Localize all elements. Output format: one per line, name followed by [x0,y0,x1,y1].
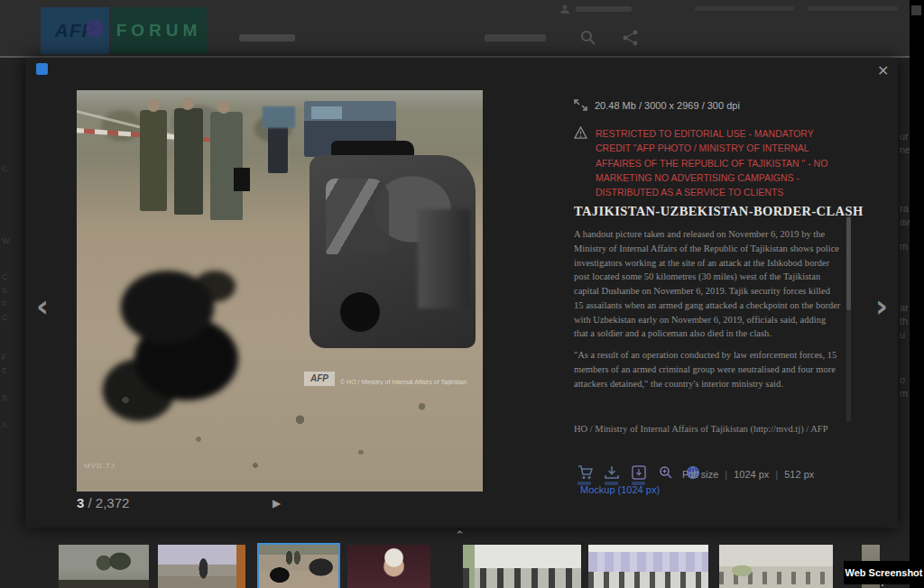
size-links-row: Full size|1024 px|512 px [682,469,814,480]
download-icon[interactable] [605,465,621,482]
user-account-icon[interactable] [559,4,570,14]
site-header: AFP FORUM [0,0,924,58]
photo-truck-window [311,106,342,119]
thumbnail-1[interactable] [59,545,149,588]
caption-paragraph: "As a result of an operation conducted b… [574,348,841,390]
search-scope-select[interactable] [485,34,546,41]
globe-logo-icon [86,20,104,38]
afp-watermark-logo: AFP [304,372,335,386]
main-photo: AFP © HO / Ministry of Internal Affairs … [77,90,483,492]
photo-investigator [174,108,203,215]
restriction-text: RESTRICTED TO EDITORIAL USE - MANDATORY … [596,126,841,199]
photo-caption: A handout picture taken and released on … [574,227,841,398]
slideshow-play-button[interactable]: ▶ [273,497,281,510]
thumbnail-7[interactable] [719,545,833,588]
add-to-cart-icon[interactable] [578,465,594,482]
restriction-row: RESTRICTED TO EDITORIAL USE - MANDATORY … [574,126,841,199]
zoom-in-icon[interactable] [659,465,675,482]
separator: | [775,469,778,480]
prev-photo-button[interactable]: ‹ [36,293,49,318]
thumbnail-3-selected[interactable] [259,545,338,588]
photo-briefcase [234,168,250,191]
column-top-square [911,5,921,15]
search-input[interactable] [239,34,295,41]
resize-icon [574,99,587,111]
file-info-text: 20.48 Mb / 3000 x 2969 / 300 dpi [595,100,740,111]
photo-investigator [210,112,243,220]
header-menu-links[interactable] [695,6,794,11]
afp-logo[interactable]: AFP [41,7,109,54]
photo-burned-car-wheel [340,292,380,332]
caption-scrollbar-thumb[interactable] [846,216,851,310]
caption-paragraph: A handout picture taken and released on … [574,227,841,341]
photo-blue-vehicle [263,106,295,128]
next-photo-button[interactable]: › [875,293,888,318]
thumbnail-6[interactable] [588,545,708,588]
separator: | [725,469,727,480]
thumbnail-2[interactable] [158,545,245,588]
size-1024-link[interactable]: 1024 px [734,469,769,480]
photo-counter: 3 / 2,372 [77,495,129,510]
photo-burned-car-doorframe [326,179,389,254]
share-icon[interactable] [623,30,639,46]
file-info-row: 20.48 Mb / 3000 x 2969 / 300 dpi [574,99,740,111]
web-screenshot-badge: Web Screenshot [844,561,924,584]
user-name-text[interactable] [576,6,632,12]
thumbnail-5[interactable] [463,545,581,588]
mockup-link[interactable]: Mockup (1024 px) [580,484,660,495]
warning-triangle-icon [574,126,587,139]
photo-flag-icon[interactable] [36,63,48,75]
size-512-link[interactable]: 512 px [784,469,814,480]
close-icon[interactable]: ✕ [877,62,889,79]
photo-burned-car [310,155,476,348]
search-icon[interactable] [580,30,596,46]
photo-burned-car-crumple [418,209,470,308]
save-hd-icon[interactable] [632,465,648,482]
photo-title: TAJIKISTAN-UZBEKISTAN-BORDER-CLASH [574,204,864,219]
counter-total: / 2,372 [84,495,129,510]
forum-brand[interactable]: FORUM [111,7,207,54]
photo-credit-line: HO / Ministry of Internal Affairs of Taj… [574,424,841,434]
header-lang-links[interactable] [808,6,898,11]
forum-brand-text: FORUM [116,21,202,41]
chevron-up-icon[interactable]: ⌃ [455,531,465,540]
watermark-credit-text: © HO / Ministry of Internal Affairs of T… [340,379,483,385]
watermark-corner-mark: MVD.TJ [84,462,116,470]
full-size-link[interactable]: Full size [682,469,718,480]
browser-right-column [910,0,924,588]
photo-investigator [140,110,167,211]
thumbnail-4[interactable] [347,545,430,588]
